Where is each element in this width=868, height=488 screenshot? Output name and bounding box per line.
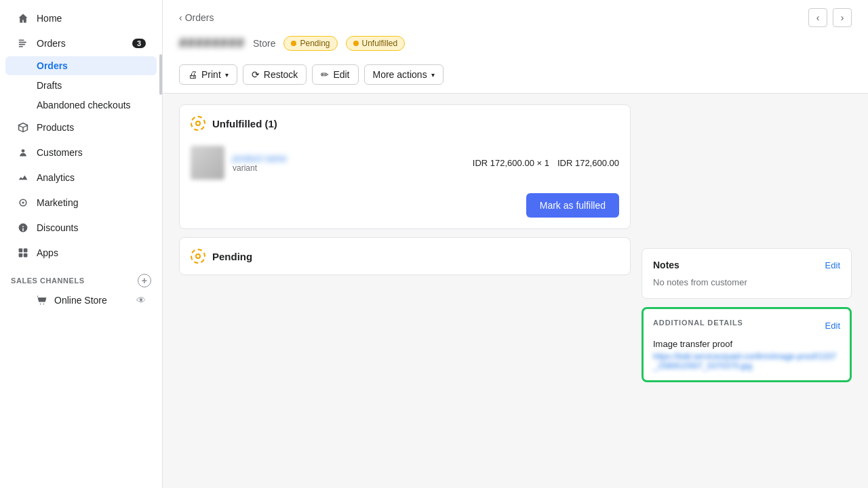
edit-button[interactable]: ✏ Edit [312,64,358,85]
proof-link[interactable]: https://bdd.services/paid-confirm/image-… [653,352,840,371]
orders-icon [16,37,30,50]
svg-point-4 [22,149,25,152]
notes-content: No notes from customer [653,277,840,287]
pending-title: Pending [212,251,252,262]
item-thumbnail [191,146,224,180]
sidebar-item-orders[interactable]: Orders 3 [5,31,157,56]
svg-rect-9 [24,253,28,258]
main-content: ‹ Orders ‹ › ######## Store Pending Unfu… [163,0,868,488]
breadcrumb-back[interactable]: ‹ Orders [179,12,214,23]
sidebar-item-analytics[interactable]: Analytics [5,165,157,190]
print-label: Print [201,69,221,80]
additional-details-edit-link[interactable]: Edit [825,321,840,331]
restock-button[interactable]: ⟳ Restock [243,64,307,85]
unfulfilled-badge: Unfulfilled [346,36,406,51]
sidebar-customers-label: Customers [37,147,83,158]
action-bar: 🖨 Print ▾ ⟳ Restock ✏ Edit More actions … [163,59,868,94]
sales-channels-title: SALES CHANNELS [11,277,85,285]
print-chevron-icon: ▾ [225,71,229,79]
unfulfilled-dot [353,41,359,46]
svg-rect-3 [19,46,23,47]
print-icon: 🖨 [188,69,197,80]
sidebar-item-customers[interactable]: Customers [5,140,157,165]
sidebar-discounts-label: Discounts [37,222,78,233]
sidebar-nav: Home Orders 3 Orders Drafts Abandoned ch… [0,0,162,488]
fulfill-btn-row: Mark as fulfilled [191,193,619,218]
svg-rect-10 [40,304,41,305]
analytics-icon [16,171,30,184]
sidebar-item-products[interactable]: Products [5,115,157,140]
additional-details-header: ADDITIONAL DETAILS Edit [653,319,840,332]
order-store: Store [253,38,275,49]
pending-badge: Pending [283,36,337,51]
item-name[interactable]: product name [233,153,465,163]
marketing-icon [16,196,30,209]
order-title: ######## [179,35,245,51]
sidebar-subitem-abandoned-label: Abandoned checkouts [37,100,131,110]
sidebar: Home Orders 3 Orders Drafts Abandoned ch… [0,0,163,488]
nav-forward-button[interactable]: › [833,8,852,27]
chevron-left-icon: ‹ [179,12,182,23]
item-price: IDR 172,600.00 × 1 [473,158,549,168]
restock-label: Restock [264,69,298,80]
unfulfilled-label: Unfulfilled [362,39,398,48]
svg-rect-0 [19,39,24,41]
sidebar-subitem-drafts[interactable]: Drafts [5,76,157,95]
notes-card: Notes Edit No notes from customer [642,248,852,299]
svg-rect-2 [19,44,26,45]
additional-details-title: ADDITIONAL DETAILS [653,319,743,327]
sidebar-item-marketing[interactable]: Marketing [5,190,157,215]
sidebar-item-apps[interactable]: Apps [5,241,157,265]
add-channel-button[interactable]: + [138,274,151,287]
proof-label: Image transfer proof [653,339,840,349]
page-body: Unfulfilled (1) product name variant IDR… [163,94,868,488]
sidebar-home-label: Home [37,13,62,24]
notes-header: Notes Edit [653,260,840,270]
sidebar-subitem-orders[interactable]: Orders [5,56,157,75]
pending-card: Pending [179,237,631,275]
sidebar-orders-label: Orders [37,38,66,49]
edit-label: Edit [333,69,349,80]
restock-icon: ⟳ [252,69,260,80]
pending-status-icon [191,249,205,264]
sidebar-subitem-drafts-label: Drafts [37,80,62,91]
nav-arrows: ‹ › [808,8,852,27]
order-header: ######## Store Pending Unfulfilled [163,33,868,59]
print-button[interactable]: 🖨 Print ▾ [179,64,237,85]
sidebar-products-label: Products [37,122,74,133]
scroll-handle[interactable] [159,54,162,95]
more-actions-button[interactable]: More actions ▾ [364,64,443,85]
sidebar-subitem-abandoned[interactable]: Abandoned checkouts [5,96,157,115]
more-actions-chevron-icon: ▾ [431,71,435,79]
pending-dot [291,41,296,46]
svg-rect-11 [43,304,45,305]
discounts-icon [16,221,30,235]
additional-details-card: ADDITIONAL DETAILS Edit Image transfer p… [642,307,852,382]
edit-icon: ✏ [321,69,329,80]
svg-rect-7 [24,249,28,253]
right-column: Link to image transfer proof will appear… [642,104,852,477]
orders-badge: 3 [132,39,146,48]
left-column: Unfulfilled (1) product name variant IDR… [179,104,631,477]
mark-as-fulfilled-button[interactable]: Mark as fulfilled [526,193,619,218]
store-icon [37,295,47,306]
svg-rect-6 [19,249,23,253]
breadcrumb-bar: ‹ Orders ‹ › [163,0,868,33]
item-variant: variant [233,163,465,173]
svg-point-5 [22,201,24,203]
sidebar-item-discounts[interactable]: Discounts [5,216,157,240]
sidebar-analytics-label: Analytics [37,172,75,183]
more-actions-label: More actions [373,69,427,80]
pending-section: Pending [191,249,619,264]
notes-edit-link[interactable]: Edit [825,260,840,270]
online-store-label: Online Store [54,295,136,306]
sidebar-item-home[interactable]: Home [5,6,157,30]
nav-back-button[interactable]: ‹ [808,8,827,27]
home-icon [16,12,30,25]
additional-details-content: Image transfer proof https://bdd.service… [653,339,840,371]
customers-icon [16,146,30,159]
sidebar-item-online-store[interactable]: Online Store 👁 [5,291,157,310]
order-item: product name variant IDR 172,600.00 × 1 … [191,140,619,185]
apps-icon [16,246,30,260]
sidebar-apps-label: Apps [37,247,58,258]
